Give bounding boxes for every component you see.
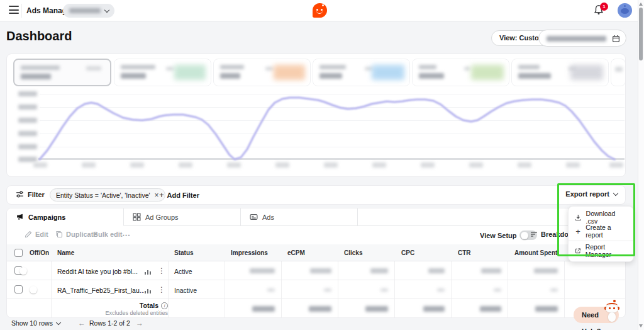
col-header-status[interactable]: Status — [174, 249, 194, 256]
chevron-down-icon — [56, 319, 61, 324]
totals-row: Totals i Excludes deleted entities — [7, 300, 625, 318]
menu-item-report-manager[interactable]: Report Manager — [569, 244, 633, 258]
add-filter-button[interactable]: + Add Filter — [159, 190, 199, 200]
campaign-status: Active — [174, 268, 192, 275]
table-header-row: Off/On Name Status Impressions eCPM Clic… — [7, 244, 625, 261]
col-header-amount-spent[interactable]: Amount Spent — [514, 249, 557, 256]
topbar-divider — [21, 4, 22, 18]
previous-page-button[interactable]: ← — [78, 319, 86, 327]
redacted-cpc — [428, 268, 445, 273]
chevron-down-icon — [104, 8, 109, 13]
campaign-status: Inactive — [174, 287, 197, 294]
filter-chip-entity-status[interactable]: Entity Status = 'Active', 'Inactive' × — [50, 188, 165, 202]
tab-campaigns[interactable]: Campaigns — [7, 208, 124, 226]
kebab-menu-icon[interactable]: ⋮ — [158, 266, 165, 275]
redacted-ecpm — [310, 268, 331, 273]
col-header-off-on[interactable]: Off/On — [30, 249, 49, 256]
plus-icon: + — [575, 227, 581, 236]
metrics-chart-panel — [6, 54, 626, 177]
redacted-ecpm — [324, 288, 331, 292]
export-report-label: Export report — [565, 190, 609, 198]
col-header-ecpm[interactable]: eCPM — [287, 249, 305, 256]
filter-button[interactable]: Filter — [16, 190, 45, 198]
scroll-up-arrow[interactable] — [639, 3, 643, 6]
next-page-button[interactable]: → — [136, 319, 143, 327]
duplicate-button[interactable]: Duplicate — [55, 230, 97, 238]
bulk-edit-button[interactable]: Bulk edit — [93, 230, 122, 238]
remove-filter-icon[interactable]: × — [155, 191, 159, 199]
export-dropdown-menu: Download .csv + Create a report Report M… — [568, 206, 634, 262]
col-header-cpc[interactable]: CPC — [401, 249, 414, 256]
plus-icon: + — [159, 190, 164, 200]
redacted-total-ctr — [480, 306, 501, 312]
table-row[interactable]: RA_Traffic_Feb25_First_lau... ⋮ Inactive — [7, 280, 625, 299]
tab-ads[interactable]: Ads — [241, 208, 358, 226]
chevron-down-icon — [613, 190, 618, 195]
redacted-total-ecpm — [309, 306, 331, 312]
more-icon: ⋯ — [122, 230, 130, 240]
col-header-name[interactable]: Name — [57, 249, 74, 256]
export-report-button[interactable]: Export report — [565, 190, 618, 198]
menu-item-label: Create a report — [586, 224, 627, 239]
tab-label: Ad Groups — [145, 213, 179, 221]
notification-badge: 1 — [600, 3, 608, 11]
menu-item-create-report[interactable]: + Create a report — [569, 224, 633, 238]
redacted-total-impressions — [252, 306, 275, 312]
calendar-icon — [612, 35, 620, 43]
menu-item-label: Download .csv — [586, 210, 627, 225]
campaign-name[interactable]: Reddit AI take you job #bl... — [57, 268, 144, 275]
hamburger-menu-icon[interactable] — [9, 6, 19, 14]
menu-item-download-csv[interactable]: Download .csv — [569, 210, 633, 224]
col-header-clicks[interactable]: Clicks — [344, 249, 362, 256]
tab-label: Ads — [262, 213, 274, 221]
scrollbar-track[interactable] — [638, 0, 644, 330]
col-header-impressions[interactable]: Impressions — [231, 249, 268, 256]
redacted-account-name — [69, 8, 101, 13]
megaphone-icon — [16, 213, 24, 221]
chart-line — [40, 98, 614, 159]
snoo-mascot — [601, 300, 624, 326]
need-help-label: Need Help? — [582, 311, 601, 330]
redacted-ctr — [494, 288, 501, 292]
bulk-edit-label: Bulk edit — [93, 230, 122, 238]
totals-note: Excludes deleted entities — [42, 310, 168, 316]
bar-chart-icon[interactable] — [144, 268, 152, 275]
rows-per-page-selector[interactable]: Show 10 rows — [11, 319, 60, 327]
scrollbar-thumb[interactable] — [639, 8, 643, 60]
table-row[interactable]: Reddit AI take you job #bl... ⋮ Active — [7, 261, 625, 280]
row-checkbox[interactable] — [14, 285, 23, 293]
tab-ad-groups[interactable]: Ad Groups — [124, 208, 241, 226]
view-setup-label: View Setup — [480, 232, 516, 239]
redacted-cpc — [437, 288, 445, 292]
view-setup-control: View Setup — [480, 230, 537, 240]
redacted-impressions — [267, 288, 275, 292]
campaign-name[interactable]: RA_Traffic_Feb25_First_lau... — [57, 287, 144, 294]
col-header-ctr[interactable]: CTR — [458, 249, 471, 256]
select-all-checkbox[interactable] — [14, 249, 23, 257]
user-avatar[interactable] — [618, 3, 632, 18]
redacted-clicks — [370, 268, 388, 273]
external-link-icon — [575, 248, 581, 254]
redacted-total-clicks — [365, 306, 388, 312]
more-actions-button[interactable]: ⋯ — [122, 230, 130, 240]
duplicate-icon — [55, 230, 63, 238]
add-filter-label: Add Filter — [167, 191, 199, 199]
kebab-menu-icon[interactable]: ⋮ — [158, 285, 165, 294]
ad-box-icon — [250, 213, 258, 221]
bar-chart-icon[interactable] — [144, 287, 152, 294]
reddit-logo-icon[interactable] — [313, 3, 327, 18]
date-range-picker[interactable] — [538, 30, 626, 47]
filter-chip-label: Entity Status = 'Active', 'Inactive' — [56, 191, 150, 199]
redacted-impressions — [250, 268, 275, 273]
campaigns-table-panel: Campaigns Ad Groups Ads Edit Duplicate B… — [6, 208, 626, 318]
trend-chart — [7, 54, 626, 177]
redacted-total-amount-spent — [535, 306, 558, 312]
account-selector[interactable] — [63, 4, 114, 18]
notifications-button[interactable]: 1 — [594, 4, 608, 17]
redacted-total-cpc — [423, 306, 445, 312]
grid-icon — [133, 213, 141, 221]
pencil-icon — [25, 230, 32, 238]
info-icon[interactable]: i — [161, 302, 168, 309]
edit-button[interactable]: Edit — [25, 230, 48, 238]
scroll-down-arrow[interactable] — [639, 324, 643, 327]
